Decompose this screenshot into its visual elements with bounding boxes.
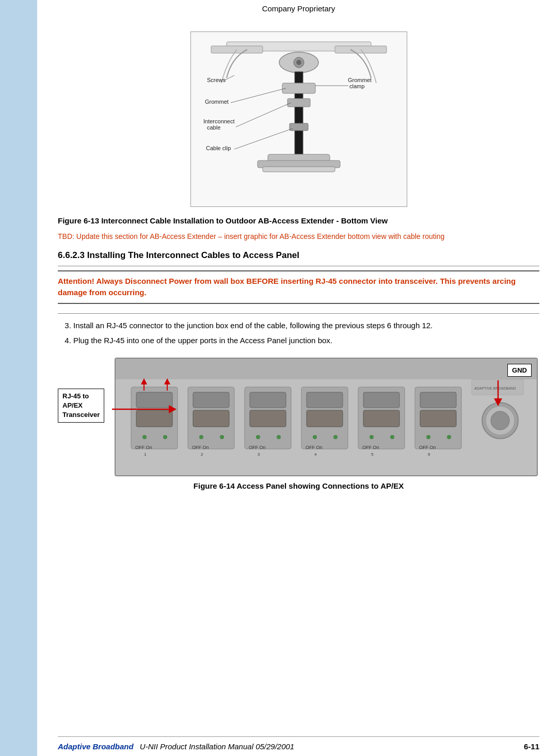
svg-rect-30	[116, 359, 538, 379]
svg-point-34	[142, 435, 147, 439]
svg-text:OFF    On: OFF On	[362, 445, 379, 450]
svg-text:cable: cable	[207, 124, 220, 131]
diagram-box: Screws Grommet Interconnect cable Cable …	[190, 31, 407, 207]
svg-text:Grommet: Grommet	[205, 99, 229, 105]
svg-text:OFF    On: OFF On	[419, 445, 436, 450]
gnd-label-text: GND	[512, 366, 527, 374]
figure13-caption: Figure 6-13 Interconnect Cable Installat…	[58, 215, 539, 227]
svg-text:2: 2	[201, 452, 203, 457]
step-4: Plug the RJ-45 into one of the upper por…	[73, 334, 539, 347]
svg-text:5: 5	[371, 452, 374, 457]
attention-text: Attention! Always Disconnect Power from …	[58, 276, 539, 299]
svg-text:3: 3	[258, 452, 260, 457]
footer-manual: U-NII Product Installation Manual 05/29/…	[140, 742, 294, 751]
svg-rect-12	[263, 167, 335, 172]
svg-rect-44	[193, 410, 229, 427]
svg-text:1: 1	[144, 452, 147, 457]
svg-text:clamp: clamp	[349, 83, 364, 89]
svg-line-16	[231, 88, 286, 103]
left-arrow-svg	[109, 394, 177, 425]
step-3: Install an RJ-45 connector to the juncti…	[73, 319, 539, 332]
steps-list: Install an RJ-45 connector to the juncti…	[73, 319, 539, 347]
svg-point-74	[447, 435, 451, 439]
left-sidebar	[0, 0, 37, 756]
svg-point-67	[390, 435, 394, 439]
page-footer: Adaptive Broadband U-NII Product Install…	[58, 736, 539, 756]
svg-text:Screws: Screws	[207, 77, 226, 83]
svg-point-79	[491, 411, 509, 430]
svg-point-66	[370, 435, 374, 439]
photo-row: RJ-45 toAP/EXTransceiver GND	[58, 358, 539, 476]
label-box-right: GND	[507, 364, 532, 377]
svg-marker-28	[494, 398, 502, 406]
svg-rect-64	[363, 392, 399, 408]
svg-text:Grommet: Grommet	[348, 77, 372, 83]
svg-rect-65	[363, 410, 399, 427]
svg-rect-50	[250, 392, 286, 408]
svg-text:4: 4	[314, 452, 317, 457]
svg-rect-58	[307, 410, 343, 427]
svg-point-35	[163, 435, 167, 439]
svg-point-59	[313, 435, 317, 439]
svg-point-53	[277, 435, 281, 439]
svg-marker-26	[169, 405, 177, 413]
svg-text:6: 6	[428, 452, 430, 457]
page-header: Company Proprietary	[58, 0, 539, 21]
access-panel-photo: GND	[115, 358, 538, 476]
diagram-container: Screws Grommet Interconnect cable Cable …	[58, 31, 539, 207]
svg-rect-71	[420, 392, 456, 408]
section-heading: 6.6.2.3 Installing The Interconnect Cabl…	[58, 250, 539, 261]
page-wrapper: Company Proprietary	[0, 0, 560, 756]
svg-rect-57	[307, 392, 343, 408]
panel-svg: OFF On 1 OFF On	[116, 359, 538, 476]
svg-rect-72	[420, 410, 456, 427]
svg-point-5	[296, 60, 301, 65]
svg-line-19	[236, 103, 291, 127]
svg-text:OFF    On: OFF On	[306, 445, 323, 450]
svg-text:OFF    On: OFF On	[135, 445, 152, 450]
svg-point-60	[333, 435, 338, 439]
divider-top	[58, 266, 539, 266]
svg-rect-9	[290, 123, 308, 131]
header-title: Company Proprietary	[262, 4, 335, 13]
main-content: Company Proprietary	[37, 0, 560, 756]
svg-rect-43	[193, 392, 229, 408]
svg-point-52	[256, 435, 260, 439]
footer-page: 6-11	[524, 742, 539, 751]
svg-point-45	[199, 435, 203, 439]
label-box-left: RJ-45 toAP/EXTransceiver	[58, 389, 104, 423]
left-label-text: RJ-45 toAP/EXTransceiver	[62, 392, 100, 419]
svg-text:OFF    On: OFF On	[249, 445, 266, 450]
gnd-arrow-svg	[485, 380, 511, 406]
svg-rect-7	[282, 83, 315, 93]
svg-line-21	[234, 128, 293, 149]
svg-text:Interconnect: Interconnect	[203, 118, 235, 124]
svg-point-73	[426, 435, 430, 439]
svg-rect-51	[250, 410, 286, 427]
attention-box: Attention! Always Disconnect Power from …	[58, 270, 539, 304]
photo-section: RJ-45 toAP/EXTransceiver GND	[58, 358, 539, 501]
divider-bottom	[58, 313, 539, 314]
svg-text:Cable clip: Cable clip	[206, 145, 231, 151]
footer-brand: Adaptive Broadband U-NII Product Install…	[58, 742, 294, 751]
footer-brand-name: Adaptive Broadband	[58, 742, 134, 751]
svg-text:OFF    On: OFF On	[192, 445, 209, 450]
tbd-text: TBD: Update this section for AB-Access E…	[58, 231, 539, 242]
figure14-caption: Figure 6-14 Access Panel showing Connect…	[194, 481, 404, 490]
svg-point-46	[220, 435, 224, 439]
diagram-svg: Screws Grommet Interconnect cable Cable …	[196, 37, 402, 202]
